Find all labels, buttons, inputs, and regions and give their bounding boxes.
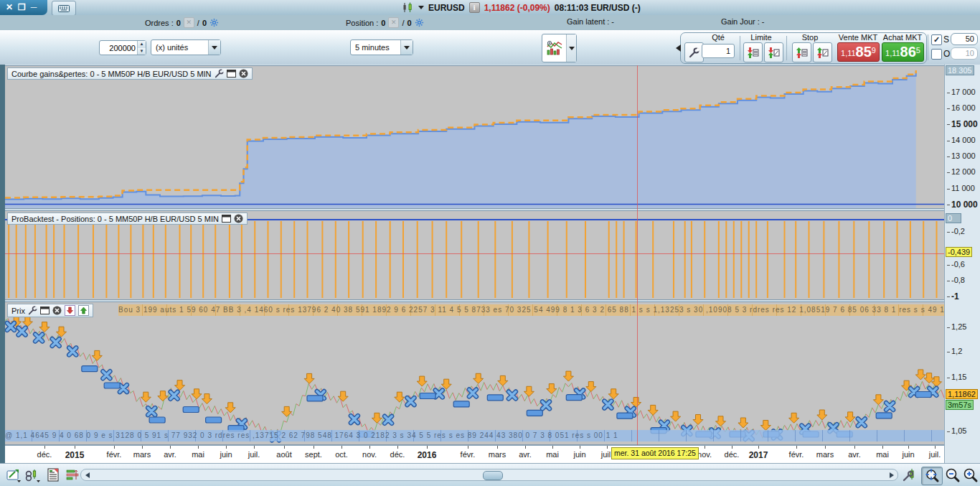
zoom-out-icon xyxy=(945,467,961,483)
sell-market-button[interactable]: 1,11859 xyxy=(837,42,880,62)
zoom-out-button[interactable] xyxy=(944,467,961,484)
wrench-icon xyxy=(689,47,699,58)
timeframe-selected-label: 5 minutes xyxy=(351,43,400,52)
orders-separator: / xyxy=(197,19,199,27)
chart-type-dropdown[interactable] xyxy=(566,34,576,62)
time-axis-tick xyxy=(44,446,45,449)
orders-settings-gear-icon[interactable] xyxy=(209,18,219,27)
window-icon[interactable] xyxy=(222,215,231,223)
equity-chart[interactable] xyxy=(5,66,944,208)
time-axis-tick xyxy=(254,446,255,449)
quantity-stepper[interactable]: ▲▼ xyxy=(99,40,146,55)
price-chart[interactable] xyxy=(5,302,944,444)
zoom-selection-button[interactable] xyxy=(921,467,943,485)
objective-checkbox[interactable] xyxy=(931,49,942,60)
buy-arrow-button[interactable] xyxy=(78,305,89,316)
buy-market-button[interactable]: 1,11865 xyxy=(882,42,924,62)
close-icon[interactable] xyxy=(239,69,248,78)
last-price-change: 1,11862 (-0,09%) xyxy=(484,3,550,13)
maximize-window-button[interactable]: ❒ xyxy=(18,1,26,14)
unit-dropdown-button[interactable] xyxy=(208,40,220,55)
instrument-dropdown-caret[interactable] xyxy=(418,6,424,9)
quantity-spin-buttons[interactable]: ▲▼ xyxy=(137,41,146,55)
left-collapse-strip[interactable] xyxy=(0,65,5,463)
price-panel-tab[interactable]: Prix xyxy=(7,304,93,317)
time-axis-label: mai xyxy=(876,450,889,459)
news-page-icon xyxy=(47,468,60,482)
time-axis-tick xyxy=(226,446,227,449)
unit-select[interactable]: (x) unités xyxy=(151,39,221,55)
time-axis-tick xyxy=(114,446,115,449)
spin-up-icon[interactable]: ▲ xyxy=(138,41,146,48)
orders-count: 0 xyxy=(176,19,181,27)
close-window-button[interactable]: ✕ xyxy=(6,1,13,14)
sell-arrow-button[interactable] xyxy=(65,305,75,316)
cancel-orders-button[interactable]: ✕ xyxy=(184,17,194,28)
horizontal-scrollbar[interactable] xyxy=(80,469,898,481)
time-axis: mer. 31 août 2016 17:25 déc.2015févr.mar… xyxy=(5,445,944,463)
quantity-input[interactable] xyxy=(100,41,137,55)
order-settings-button[interactable] xyxy=(684,42,704,62)
positions-axis-tick: -0,2 xyxy=(947,227,965,235)
info-icon[interactable]: i xyxy=(469,2,480,13)
zoom-in-button[interactable] xyxy=(962,467,979,484)
timeframe-select[interactable]: 5 minutes xyxy=(350,39,413,55)
position-settings-gear-icon[interactable] xyxy=(415,18,424,27)
time-axis-tick xyxy=(935,446,936,449)
close-position-button[interactable]: ✕ xyxy=(388,17,399,28)
sell-price-sup: 9 xyxy=(872,42,876,59)
orders-label: Ordres : xyxy=(145,19,174,27)
sell-limit-icon xyxy=(747,47,759,59)
time-axis-tick xyxy=(497,446,498,449)
buy-price-big: 86 xyxy=(900,45,916,59)
window-icon[interactable] xyxy=(227,70,236,78)
compare-button[interactable] xyxy=(65,467,82,484)
buy-limit-button[interactable] xyxy=(764,42,783,62)
spin-down-icon[interactable]: ▼ xyxy=(138,48,146,55)
sell-stop-button[interactable] xyxy=(792,42,811,62)
price-axis-tick: 1,25 xyxy=(947,322,966,331)
window-icon[interactable] xyxy=(40,307,50,314)
objective-value-field[interactable]: 10 xyxy=(951,47,978,60)
time-axis-label: nov. xyxy=(697,450,712,459)
horizontal-scrollbar-thumb[interactable] xyxy=(483,471,503,480)
scroll-left-button[interactable] xyxy=(82,469,93,480)
position-label: Position : xyxy=(346,19,378,27)
positions-panel-tab[interactable]: ProBacktest - Positions: 0 - 5 MM50P H/B… xyxy=(7,212,248,225)
panel-collapse-notch[interactable] xyxy=(676,45,681,52)
link-instrument-button[interactable] xyxy=(24,467,42,484)
close-icon[interactable] xyxy=(52,306,62,315)
minimize-window-button[interactable]: ─ xyxy=(31,1,37,14)
keyboard-shortcut-button[interactable] xyxy=(52,1,76,16)
time-axis-tick xyxy=(142,446,143,449)
sell-limit-button[interactable] xyxy=(743,42,763,62)
scroll-right-button[interactable] xyxy=(886,469,897,480)
close-icon[interactable] xyxy=(234,214,243,223)
time-axis-tick xyxy=(198,446,199,449)
timeframe-dropdown-button[interactable] xyxy=(400,40,413,55)
chart-type-button[interactable] xyxy=(542,34,577,62)
position-group: Position : 0 ✕ / 0 xyxy=(346,17,424,28)
time-axis-tick xyxy=(525,446,526,449)
chevron-down-icon xyxy=(404,46,410,50)
stop-checkbox[interactable] xyxy=(931,34,942,45)
keyboard-icon xyxy=(58,4,70,13)
wrench-icon[interactable] xyxy=(28,306,37,315)
detach-chart-button[interactable] xyxy=(6,467,23,484)
stop-value-field[interactable]: 50 xyxy=(951,33,978,45)
value-axis-column[interactable]: 18 305 0 -0,439 1,11862 3m57s 17 00016 0… xyxy=(944,65,980,463)
buy-stop-button[interactable] xyxy=(813,42,832,62)
chart-settings-button[interactable] xyxy=(901,467,918,484)
news-button[interactable] xyxy=(44,467,62,484)
chevron-down-icon xyxy=(569,47,575,50)
wrench-icon[interactable] xyxy=(215,69,224,78)
equity-axis-tick: 11 000 xyxy=(947,184,975,192)
orders-group: Ordres : 0 ✕ / 0 xyxy=(145,17,219,28)
time-axis-label: 2016 xyxy=(418,450,437,460)
order-qty-field[interactable]: 1 xyxy=(702,44,735,58)
zoom-in-icon xyxy=(963,467,979,483)
time-axis-tick xyxy=(882,446,883,449)
time-axis-tick xyxy=(314,446,314,449)
equity-panel-tab[interactable]: Courbe gains&pertes: 0 - 5 MM50P H/B EUR… xyxy=(7,67,253,80)
buy-price-prefix: 1,11 xyxy=(885,48,900,59)
